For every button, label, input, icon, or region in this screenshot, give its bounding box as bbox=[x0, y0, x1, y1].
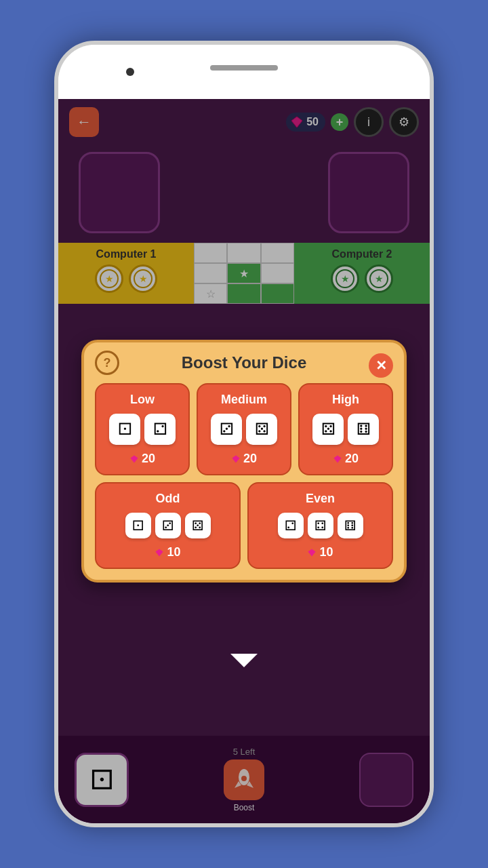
die-even-2: ⚃ bbox=[308, 513, 333, 538]
die-medium-1: ⚂ bbox=[211, 414, 242, 445]
modal-header: ? Boost Your Dice ✕ bbox=[95, 353, 393, 372]
chevron-area bbox=[230, 654, 258, 667]
die-even-3: ⚅ bbox=[338, 513, 363, 538]
boost-even-dice: ⚁ ⚃ ⚅ bbox=[278, 513, 363, 538]
boost-high-title: High bbox=[332, 393, 359, 407]
die-odd-3: ⚄ bbox=[185, 513, 211, 538]
boost-even-cost-text: 10 bbox=[319, 545, 333, 559]
boost-medium-cost: 20 bbox=[231, 452, 257, 466]
boost-medium-card[interactable]: Medium ⚂ ⚄ 20 bbox=[197, 383, 291, 475]
boost-odd-cost: 10 bbox=[155, 545, 180, 559]
speaker-icon bbox=[210, 65, 278, 71]
cost-gem-icon-medium bbox=[231, 454, 241, 464]
boost-odd-cost-text: 10 bbox=[167, 545, 180, 559]
boost-low-dice: ⚀ ⚁ bbox=[109, 414, 176, 445]
boost-medium-dice: ⚂ ⚄ bbox=[211, 414, 277, 445]
cost-gem-icon-high bbox=[333, 454, 342, 464]
boost-odd-title: Odd bbox=[156, 492, 180, 506]
boost-high-card[interactable]: High ⚄ ⚅ 20 bbox=[298, 383, 393, 475]
help-icon[interactable]: ? bbox=[95, 351, 119, 375]
modal-title: Boost Your Dice bbox=[182, 353, 306, 372]
boost-options-row2: Odd ⚀ ⚂ ⚄ 10 bbox=[95, 482, 393, 569]
die-low-2: ⚁ bbox=[144, 414, 176, 445]
boost-medium-cost-text: 20 bbox=[243, 452, 257, 466]
chevron-down-icon bbox=[230, 654, 258, 667]
die-low-1: ⚀ bbox=[109, 414, 140, 445]
phone-frame: ← 50 + i ⚙ Computer 1 bbox=[54, 41, 434, 827]
boost-high-cost: 20 bbox=[333, 452, 359, 466]
die-high-2: ⚅ bbox=[348, 414, 379, 445]
boost-low-title: Low bbox=[130, 393, 155, 407]
boost-even-card[interactable]: Even ⚁ ⚃ ⚅ 10 bbox=[247, 482, 393, 569]
boost-odd-card[interactable]: Odd ⚀ ⚂ ⚄ 10 bbox=[95, 482, 241, 569]
svg-marker-1 bbox=[130, 455, 138, 462]
die-even-1: ⚁ bbox=[278, 513, 304, 538]
phone-notch bbox=[58, 45, 430, 99]
svg-marker-5 bbox=[308, 549, 316, 556]
boost-dice-modal: ? Boost Your Dice ✕ Low ⚀ ⚁ bbox=[81, 340, 407, 583]
cost-gem-icon-low bbox=[129, 454, 139, 464]
die-odd-1: ⚀ bbox=[125, 513, 151, 538]
svg-marker-4 bbox=[156, 549, 163, 556]
boost-low-cost-text: 20 bbox=[142, 452, 155, 466]
boost-low-cost: 20 bbox=[129, 452, 155, 466]
cost-gem-icon-odd bbox=[155, 548, 164, 557]
boost-high-cost-text: 20 bbox=[345, 452, 359, 466]
cost-gem-icon-even bbox=[307, 548, 317, 557]
boost-even-title: Even bbox=[306, 492, 335, 506]
die-odd-2: ⚂ bbox=[155, 513, 181, 538]
modal-overlay: ? Boost Your Dice ✕ Low ⚀ ⚁ bbox=[58, 99, 430, 823]
svg-marker-3 bbox=[333, 455, 341, 462]
boost-low-card[interactable]: Low ⚀ ⚁ 20 bbox=[95, 383, 190, 475]
die-medium-2: ⚄ bbox=[246, 414, 277, 445]
die-high-1: ⚄ bbox=[312, 414, 344, 445]
modal-close-button[interactable]: ✕ bbox=[369, 353, 393, 378]
boost-medium-title: Medium bbox=[221, 393, 267, 407]
camera-icon bbox=[126, 68, 134, 76]
boost-options-row1: Low ⚀ ⚁ 20 Me bbox=[95, 383, 393, 475]
boost-odd-dice: ⚀ ⚂ ⚄ bbox=[125, 513, 211, 538]
boost-even-cost: 10 bbox=[307, 545, 333, 559]
svg-marker-2 bbox=[232, 455, 239, 462]
boost-high-dice: ⚄ ⚅ bbox=[312, 414, 379, 445]
phone-screen: ← 50 + i ⚙ Computer 1 bbox=[58, 99, 430, 823]
